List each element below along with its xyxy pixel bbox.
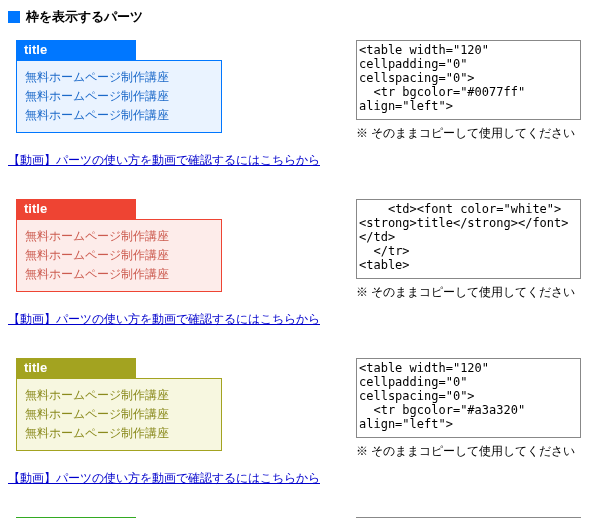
copy-note: ※ そのままコピーして使用してください	[356, 125, 586, 142]
part-title: title	[16, 199, 136, 219]
part-line: 無料ホームページ制作講座	[25, 387, 213, 404]
part-line: 無料ホームページ制作講座	[25, 88, 213, 105]
part-line: 無料ホームページ制作講座	[25, 69, 213, 86]
code-textarea[interactable]	[356, 40, 581, 120]
code-textarea[interactable]	[356, 358, 581, 438]
video-link[interactable]: 【動画】パーツの使い方を動画で確認するにはこちらから	[8, 312, 320, 326]
part-line: 無料ホームページ制作講座	[25, 406, 213, 423]
part-body: 無料ホームページ制作講座 無料ホームページ制作講座 無料ホームページ制作講座	[16, 219, 222, 292]
video-link-row: 【動画】パーツの使い方を動画で確認するにはこちらから	[8, 470, 588, 487]
part-box-blue: title 無料ホームページ制作講座 無料ホームページ制作講座 無料ホームページ…	[16, 40, 222, 133]
copy-note: ※ そのままコピーして使用してください	[356, 443, 586, 460]
part-line: 無料ホームページ制作講座	[25, 247, 213, 264]
video-link[interactable]: 【動画】パーツの使い方を動画で確認するにはこちらから	[8, 471, 320, 485]
video-link-row: 【動画】パーツの使い方を動画で確認するにはこちらから	[8, 311, 588, 328]
copy-note: ※ そのままコピーして使用してください	[356, 284, 586, 301]
video-link[interactable]: 【動画】パーツの使い方を動画で確認するにはこちらから	[8, 153, 320, 167]
part-body: 無料ホームページ制作講座 無料ホームページ制作講座 無料ホームページ制作講座	[16, 378, 222, 451]
video-link-row: 【動画】パーツの使い方を動画で確認するにはこちらから	[8, 152, 588, 169]
section-header: 枠を表示するパーツ	[8, 8, 588, 26]
part-title: title	[16, 358, 136, 378]
part-body: 無料ホームページ制作講座 無料ホームページ制作講座 無料ホームページ制作講座	[16, 60, 222, 133]
part-title: title	[16, 40, 136, 60]
section-title: 枠を表示するパーツ	[26, 8, 143, 26]
code-textarea[interactable]	[356, 199, 581, 279]
square-icon	[8, 11, 20, 23]
part-line: 無料ホームページ制作講座	[25, 228, 213, 245]
part-box-olive: title 無料ホームページ制作講座 無料ホームページ制作講座 無料ホームページ…	[16, 358, 222, 451]
part-line: 無料ホームページ制作講座	[25, 107, 213, 124]
part-line: 無料ホームページ制作講座	[25, 266, 213, 283]
part-box-red: title 無料ホームページ制作講座 無料ホームページ制作講座 無料ホームページ…	[16, 199, 222, 292]
part-line: 無料ホームページ制作講座	[25, 425, 213, 442]
